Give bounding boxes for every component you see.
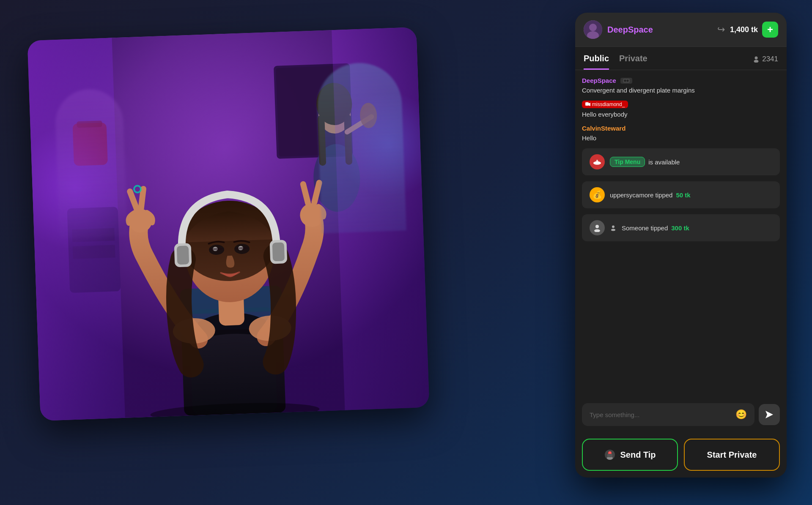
background-person-left: [55, 88, 127, 238]
tip-icon-gray: [590, 220, 605, 235]
panel-header: DeepSpace ↪ 1,400 tk +: [575, 13, 787, 47]
message-username: CalvinSteward: [582, 125, 780, 132]
send-icon: [765, 410, 774, 419]
svg-rect-38: [272, 242, 285, 261]
tip-amount-1: 50 tk: [676, 191, 690, 199]
header-username: DeepSpace: [607, 25, 710, 35]
message-text: Hello: [582, 134, 780, 142]
send-message-button[interactable]: [759, 404, 780, 425]
tip-notification-2: Someone tipped 300 tk: [582, 214, 780, 241]
logout-icon[interactable]: ↪: [717, 24, 725, 35]
vr-badge: [620, 78, 632, 84]
broadcaster-badge: missdiamond_: [582, 101, 628, 108]
svg-rect-37: [177, 246, 189, 265]
svg-point-57: [594, 229, 600, 232]
send-tip-icon: [604, 449, 616, 461]
svg-point-44: [589, 24, 597, 31]
token-amount: 1,400 tk: [730, 25, 758, 34]
tip-menu-icon: [590, 154, 605, 169]
message-text: Hello everybody: [582, 110, 780, 119]
anonymous-badge-icon: [610, 224, 617, 231]
chat-placeholder: Type something...: [590, 411, 639, 418]
background-person-right: [316, 62, 406, 234]
tip-text-2: Someone tipped 300 tk: [610, 224, 689, 232]
tab-private[interactable]: Private: [619, 54, 647, 70]
svg-marker-60: [765, 411, 773, 418]
start-private-button[interactable]: Start Private: [684, 439, 780, 471]
add-tokens-button[interactable]: +: [762, 22, 778, 38]
anonymous-icon: [593, 224, 601, 232]
chat-message: DeepSpace Convergent and divergent plate…: [582, 77, 780, 95]
svg-point-46: [755, 57, 758, 60]
tip-icon-gold: 💰: [590, 187, 605, 202]
video-panel: [27, 27, 430, 421]
svg-point-50: [626, 79, 628, 82]
svg-point-56: [595, 225, 599, 228]
svg-point-58: [612, 226, 614, 228]
camera-icon: [585, 102, 590, 106]
tab-public[interactable]: Public: [584, 54, 609, 70]
svg-rect-51: [585, 102, 589, 106]
chat-messages-container: DeepSpace Convergent and divergent plate…: [575, 70, 787, 397]
svg-point-47: [754, 60, 759, 63]
main-scene: DeepSpace ↪ 1,400 tk + Public Private 23…: [0, 0, 812, 505]
svg-rect-55: [596, 160, 598, 162]
message-username: DeepSpace: [582, 77, 616, 84]
dish-icon: [593, 158, 601, 166]
chat-input-area: Type something... 😊: [575, 397, 787, 432]
svg-rect-48: [623, 79, 630, 83]
tip-notification-1: 💰 uppersycamore tipped 50 tk: [582, 181, 780, 208]
svg-point-65: [609, 452, 611, 453]
svg-rect-64: [607, 454, 612, 457]
user-avatar: [584, 20, 602, 39]
chat-panel: DeepSpace ↪ 1,400 tk + Public Private 23…: [575, 13, 787, 478]
svg-line-22: [140, 189, 144, 208]
chat-message: missdiamond_ Hello everybody: [582, 101, 780, 119]
bottom-action-buttons: Send Tip Start Private: [575, 432, 787, 478]
tip-menu-notification[interactable]: Tip Menu is available: [582, 148, 780, 175]
send-tip-button[interactable]: Send Tip: [582, 439, 678, 471]
tab-bar: Public Private 2341: [575, 47, 787, 70]
message-text: Convergent and divergent plate margins: [582, 86, 780, 95]
viewer-count: 2341: [753, 55, 778, 68]
tip-text-1: uppersycamore tipped 50 tk: [610, 191, 691, 199]
viewer-icon: [753, 56, 760, 63]
svg-point-49: [624, 79, 626, 82]
svg-point-59: [611, 229, 615, 231]
tip-amount-2: 300 tk: [671, 224, 689, 232]
chat-input-field[interactable]: Type something... 😊: [582, 403, 754, 426]
emoji-button[interactable]: 😊: [735, 409, 747, 420]
tip-menu-badge[interactable]: Tip Menu: [610, 157, 645, 167]
token-display: 1,400 tk +: [730, 22, 778, 38]
vr-icon: [623, 79, 630, 83]
chat-message: CalvinSteward Hello: [582, 125, 780, 142]
notification-text: Tip Menu is available: [610, 157, 680, 167]
